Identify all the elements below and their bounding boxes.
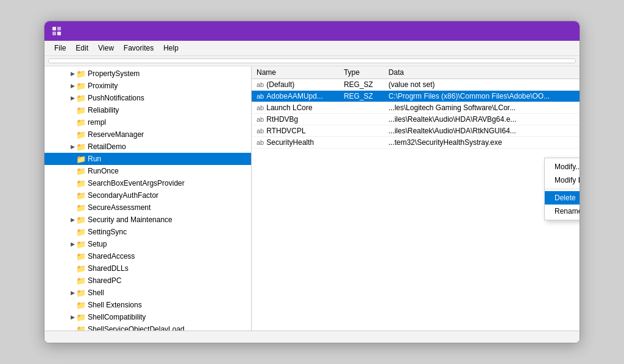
tree-label: ShellServiceObjectDelayLoad — [88, 325, 185, 331]
tree-arrow-shell: ▶ — [69, 290, 76, 296]
folder-icon: 📁 — [76, 240, 86, 249]
maximize-button[interactable] — [543, 25, 555, 37]
folder-icon: 📁 — [76, 82, 86, 91]
col-type: Type — [339, 66, 383, 79]
tree-item-sharedaccess[interactable]: 📁SharedAccess — [44, 250, 251, 262]
tree-label: rempl — [88, 118, 106, 127]
tree-item-settingsync[interactable]: 📁SettingSync — [44, 226, 251, 238]
reg-name: abLaunch LCore — [252, 102, 339, 114]
tree-label: SearchBoxEventArgsProvider — [88, 179, 185, 187]
folder-icon: 📁 — [76, 289, 86, 298]
folder-icon: 📁 — [76, 301, 86, 310]
tree-arrow-retaildemo: ▶ — [69, 144, 76, 150]
tree-arrow-proximity: ▶ — [69, 83, 76, 89]
tree-label: SecureAssessment — [88, 203, 151, 212]
reg-data: ...tem32\SecurityHealthSystray.exe — [383, 137, 580, 149]
col-data: Data — [383, 66, 580, 79]
tree-label: ShellCompatibility — [88, 313, 146, 321]
folder-icon: 📁 — [76, 191, 86, 200]
context-menu-item-rename[interactable]: Rename — [545, 205, 580, 218]
tree-item-retaildemo[interactable]: ▶📁RetailDemo — [44, 141, 251, 153]
reg-name: abRtHDVBg — [252, 114, 339, 125]
folder-icon: 📁 — [76, 325, 86, 331]
svg-rect-2 — [52, 32, 56, 35]
table-row[interactable]: abRTHDVCPL...iles\Realtek\Audio\HDA\RtkN… — [252, 125, 580, 137]
registry-tree[interactable]: ▶📁PropertySystem▶📁Proximity▶📁PushNotific… — [44, 66, 252, 331]
tree-label: PropertySystem — [88, 69, 140, 78]
reg-type — [339, 114, 383, 125]
tree-arrow-securityandmaintenance: ▶ — [69, 217, 76, 223]
tree-item-pushnotifications[interactable]: ▶📁PushNotifications — [44, 92, 251, 104]
folder-icon: 📁 — [76, 142, 86, 152]
folder-icon: 📁 — [76, 264, 86, 273]
reg-type — [339, 125, 383, 137]
reg-type-icon: ab — [257, 139, 264, 146]
tree-item-shell[interactable]: ▶📁Shell — [44, 287, 251, 299]
tree-label: SecondaryAuthFactor — [88, 191, 158, 200]
address-bar[interactable] — [48, 58, 576, 63]
tree-item-rempl[interactable]: 📁rempl — [44, 116, 251, 128]
registry-values-panel: Name Type Data ab(Default)REG_SZ(value n… — [252, 66, 580, 331]
tree-label: SharedAccess — [88, 252, 135, 261]
tree-item-sharedpc[interactable]: 📁SharedPC — [44, 275, 251, 287]
tree-item-securityandmaintenance[interactable]: ▶📁Security and Maintenance — [44, 214, 251, 226]
tree-label: RetailDemo — [88, 142, 126, 151]
context-menu-item-modify-binary[interactable]: Modify Binary Data... — [545, 173, 580, 187]
menu-help[interactable]: Help — [158, 42, 183, 54]
tree-label: SharedDLLs — [88, 264, 129, 273]
tree-label: Run — [88, 155, 101, 163]
menu-favorites[interactable]: Favorites — [119, 42, 158, 54]
tree-item-setup[interactable]: ▶📁Setup — [44, 238, 251, 250]
tree-label: Reliability — [88, 106, 119, 114]
reg-type-icon: ab — [257, 81, 264, 88]
tree-item-shellserviceobjectdelayload[interactable]: 📁ShellServiceObjectDelayLoad — [44, 323, 251, 331]
reg-type-icon: ab — [257, 116, 264, 123]
tree-item-reservemanager[interactable]: 📁ReserveManager — [44, 128, 251, 141]
svg-rect-0 — [52, 27, 56, 30]
context-menu-item-delete[interactable]: Delete — [545, 191, 580, 205]
tree-item-propertysystem[interactable]: ▶📁PropertySystem — [44, 68, 251, 80]
tree-label: SettingSync — [88, 228, 127, 236]
folder-icon: 📁 — [76, 313, 86, 322]
folder-icon: 📁 — [76, 228, 86, 237]
svg-rect-3 — [57, 32, 61, 35]
tree-label: Security and Maintenance — [88, 215, 172, 224]
table-row[interactable]: abAdobeAAMUpd...REG_SZC:\Progrm Files (x… — [252, 91, 580, 102]
table-row[interactable]: abRtHDVBg...iles\Realtek\Audio\HDA\RAVBg… — [252, 114, 580, 125]
menu-view[interactable]: View — [93, 42, 119, 54]
folder-icon: 📁 — [76, 118, 86, 127]
folder-icon: 📁 — [76, 179, 86, 188]
title-bar — [44, 21, 580, 41]
reg-type-icon: ab — [257, 93, 264, 100]
tree-arrow-setup: ▶ — [69, 241, 76, 247]
reg-type-icon: ab — [257, 127, 264, 135]
folder-icon: 📁 — [76, 155, 86, 164]
tree-item-secondaryauthfactor[interactable]: 📁SecondaryAuthFactor — [44, 189, 251, 201]
minimize-button[interactable] — [526, 25, 538, 37]
menu-edit[interactable]: Edit — [71, 42, 93, 54]
context-menu-item-modify[interactable]: Modify... — [545, 160, 580, 173]
tree-item-shareddlls[interactable]: 📁SharedDLLs — [44, 262, 251, 275]
tree-item-searchboxeventargsprovider[interactable]: 📁SearchBoxEventArgsProvider — [44, 177, 251, 189]
reg-type-icon: ab — [257, 104, 264, 111]
tree-item-reliability[interactable]: 📁Reliability — [44, 104, 251, 116]
tree-item-run[interactable]: 📁Run — [44, 153, 251, 165]
tree-item-secureassessment[interactable]: 📁SecureAssessment — [44, 201, 251, 214]
tree-label: SharedPC — [88, 276, 121, 285]
tree-item-proximity[interactable]: ▶📁Proximity — [44, 80, 251, 92]
table-row[interactable]: ab(Default)REG_SZ(value not set) — [252, 79, 580, 91]
folder-icon: 📁 — [76, 252, 86, 261]
tree-item-runonce[interactable]: 📁RunOnce — [44, 165, 251, 177]
folder-icon: 📁 — [76, 94, 86, 103]
reg-data: (value not set) — [383, 79, 580, 91]
menu-file[interactable]: File — [49, 42, 71, 54]
tree-item-shellextensions[interactable]: 📁Shell Extensions — [44, 299, 251, 311]
table-row[interactable]: abLaunch LCore...les\Logitech Gaming Sof… — [252, 102, 580, 114]
registry-table: Name Type Data ab(Default)REG_SZ(value n… — [252, 66, 580, 149]
tree-label: PushNotifications — [88, 94, 144, 102]
tree-item-shellcompatibility[interactable]: ▶📁ShellCompatibility — [44, 311, 251, 323]
col-name: Name — [252, 66, 339, 79]
close-button[interactable] — [560, 25, 572, 37]
table-row[interactable]: abSecurityHealth...tem32\SecurityHealthS… — [252, 137, 580, 149]
folder-icon: 📁 — [76, 215, 86, 225]
